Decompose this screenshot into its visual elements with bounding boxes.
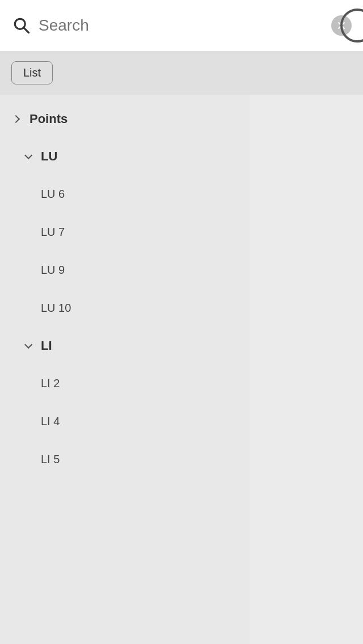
chevron-down-li-icon — [20, 339, 34, 353]
search-input[interactable]: Headache — [39, 16, 324, 35]
list-item[interactable]: LU 10 — [0, 289, 250, 327]
partial-circle-decoration — [340, 9, 363, 43]
search-bar: Headache — [0, 0, 363, 51]
right-panel — [250, 95, 363, 644]
section-points[interactable]: Points — [0, 100, 250, 138]
li-label: LI — [41, 338, 52, 353]
chevron-down-lu-icon — [20, 150, 34, 163]
list-item[interactable]: LU 6 — [0, 175, 250, 213]
list-item[interactable]: LI 2 — [0, 365, 250, 402]
points-label: Points — [29, 112, 67, 126]
main-content: Points LU LU 6 LU 7 LU 9 LU 10 LI LI 2 L… — [0, 95, 363, 644]
lu-label: LU — [41, 149, 57, 164]
subsection-lu[interactable]: LU — [0, 138, 250, 175]
left-panel: Points LU LU 6 LU 7 LU 9 LU 10 LI LI 2 L… — [0, 95, 250, 644]
list-item[interactable]: LU 9 — [0, 251, 250, 289]
subsection-li[interactable]: LI — [0, 327, 250, 365]
svg-line-1 — [24, 28, 29, 33]
list-item[interactable]: LI 5 — [0, 440, 250, 478]
list-item[interactable]: LI 4 — [0, 402, 250, 440]
list-button[interactable]: List — [11, 61, 53, 84]
list-item[interactable]: LU 7 — [0, 213, 250, 251]
toolbar: List — [0, 51, 363, 95]
search-icon — [11, 15, 32, 36]
chevron-right-icon — [9, 112, 23, 126]
